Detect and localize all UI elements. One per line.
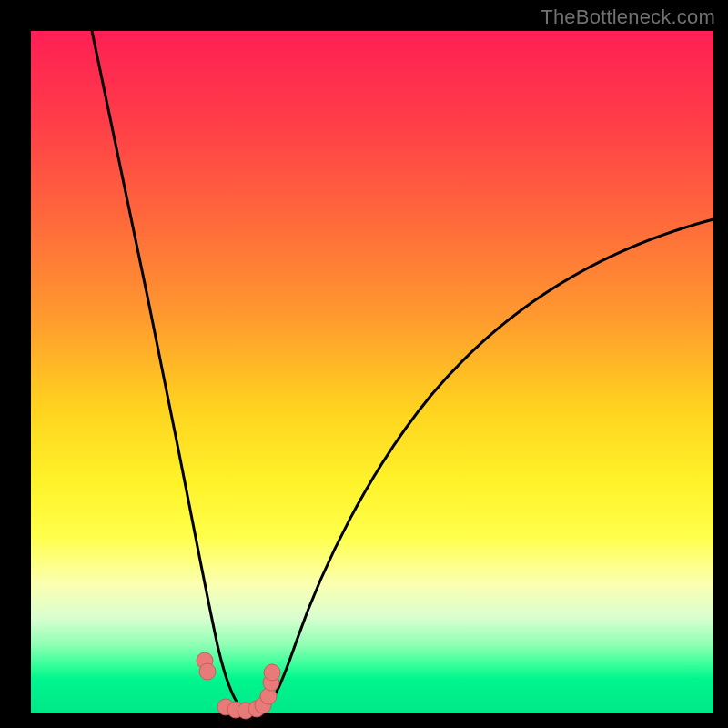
curve-layer — [31, 31, 713, 713]
marker-dot — [199, 663, 216, 680]
marker-dot — [264, 664, 280, 681]
watermark-text: TheBottleneck.com — [541, 5, 715, 29]
curve-right-branch — [266, 219, 713, 708]
plot-area — [31, 31, 713, 713]
curve-left-branch — [92, 31, 242, 709]
chart-frame: TheBottleneck.com — [0, 0, 728, 728]
marker-group — [197, 652, 280, 719]
